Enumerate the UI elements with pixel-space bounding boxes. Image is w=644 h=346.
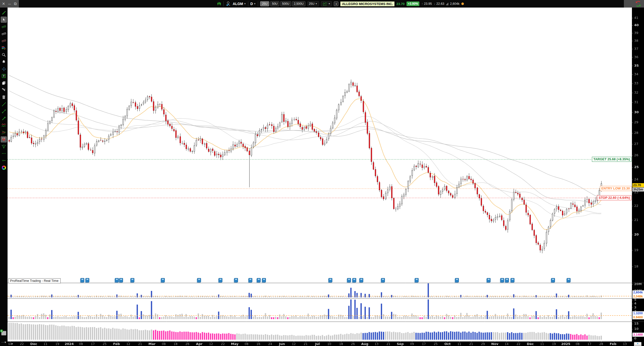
news-icon[interactable]: [551, 278, 555, 282]
news-icon[interactable]: [567, 278, 571, 282]
news-icon[interactable]: [487, 278, 491, 282]
text-note-tool[interactable]: T: [1, 73, 7, 79]
more-draw-tools[interactable]: [1, 150, 7, 157]
wedge-pattern-tool[interactable]: [1, 129, 7, 135]
ruler-price-tool[interactable]: [1, 24, 7, 30]
segment-tool[interactable]: [1, 108, 7, 114]
current-price-chip: 23.70: [632, 183, 644, 187]
alerts-bell[interactable]: [1, 59, 7, 65]
svg-text:T: T: [3, 75, 5, 78]
platform-watermark: ProRealTime Trading - Real Time: [8, 278, 61, 283]
orders-doc-icon: [1, 331, 6, 335]
news-icon[interactable]: [234, 278, 238, 282]
app-candles-icon: [217, 2, 221, 6]
chart-area: TARGET 25.68 (+8.35%) ENTRY LOW 23.30 ST…: [8, 8, 644, 346]
down-arrow-icon: ↓: [434, 2, 435, 6]
panel3-current-chip: 3.1400: [632, 333, 644, 337]
pitchfork-tool[interactable]: [1, 143, 7, 149]
unit-button-25U[interactable]: 25U: [260, 1, 269, 6]
trend-line-tool[interactable]: [1, 101, 7, 107]
title-bar: ✕ ─ ⧉ ALGM▼ D▼ 25U50U500U: [0, 0, 644, 8]
close-button[interactable]: ✕: [2, 2, 5, 6]
chart-type-dropdown[interactable]: ▼: [321, 1, 332, 6]
ruler-time-tool[interactable]: [1, 31, 7, 37]
day-low: ↓ 22.63: [434, 2, 444, 6]
account-status-icon[interactable]: [226, 1, 231, 7]
drawing-tool-rail: FT⋯▾: [0, 8, 8, 346]
chart-type-icon: [323, 2, 328, 6]
news-icon[interactable]: [500, 278, 504, 282]
news-icon[interactable]: [262, 278, 266, 282]
news-icon[interactable]: [131, 278, 134, 282]
cursor-tool[interactable]: [1, 17, 7, 23]
session-volume: 2,604k: [446, 2, 460, 6]
news-icon[interactable]: [115, 278, 119, 282]
news-icon[interactable]: [119, 278, 123, 282]
draw-pencil-tool[interactable]: [1, 10, 7, 16]
minimize-button[interactable]: ─: [8, 2, 11, 6]
news-icon[interactable]: [329, 278, 332, 282]
ruler-percent-tool[interactable]: [1, 38, 7, 44]
news-icon[interactable]: [359, 278, 363, 282]
zoom-tool[interactable]: [1, 52, 7, 58]
news-icon[interactable]: [219, 278, 222, 282]
settings-tools[interactable]: [1, 87, 7, 93]
delete-tool[interactable]: [1, 94, 7, 100]
magnet-mode[interactable]: [1, 136, 7, 142]
entry-level-chip[interactable]: ENTRY LOW 23.30: [600, 186, 631, 191]
indicator-settings[interactable]: F: [1, 45, 7, 51]
go-to-latest-arrow-icon: ▲: [634, 342, 641, 344]
trading-orders-button[interactable]: [1, 330, 7, 336]
news-icon[interactable]: [197, 278, 201, 282]
news-icon[interactable]: [257, 278, 261, 282]
duplicate-tool[interactable]: [1, 80, 7, 86]
stop-level-chip[interactable]: STOP 22.60 (-4.64%): [597, 195, 631, 200]
ratio-current-chip: 1.3200: [632, 311, 644, 315]
zigzag-pattern-tool[interactable]: [1, 122, 7, 128]
axis-options-menu[interactable]: ⋯ ▾: [8, 342, 13, 345]
news-icon[interactable]: [505, 278, 509, 282]
unit-button-50U[interactable]: 50U: [270, 1, 279, 6]
target-level-chip[interactable]: TARGET 25.68 (+8.35%): [592, 157, 631, 162]
chart-toolbar: ALGM▼ D▼ 25U50U500U2,500U 25U▼ ▼ i ALLEG…: [217, 0, 464, 8]
unit-button-2500U[interactable]: 2,500U: [292, 1, 305, 6]
news-icon[interactable]: [415, 278, 419, 282]
prorealtime-window: ✕ ─ ⧉ ALGM▼ D▼ 25U50U500U: [0, 0, 644, 346]
last-price: 23.70: [396, 2, 405, 6]
news-icon[interactable]: [80, 278, 84, 282]
restore-button[interactable]: ⧉: [14, 2, 17, 6]
unit-buttons: 25U50U500U2,500U: [260, 1, 305, 6]
timeframe-dropdown[interactable]: D▼: [250, 2, 256, 6]
day-high: ↑ 23.95: [421, 2, 432, 6]
color-picker[interactable]: [1, 165, 7, 171]
news-icon[interactable]: [347, 278, 351, 282]
pan-tool[interactable]: [1, 66, 7, 72]
session-countdown-chip: 3h25m: [632, 187, 644, 191]
unit-button-500U[interactable]: 500U: [280, 1, 291, 6]
volume-bars-icon: [446, 3, 448, 5]
symbol-dropdown[interactable]: ALGM▼: [233, 2, 246, 6]
market-status-dot: [461, 3, 464, 5]
volume-current-chip: 2,604k: [632, 290, 644, 294]
horizontal-line-tool[interactable]: [1, 158, 7, 164]
up-arrow-icon: ↑: [421, 2, 423, 6]
refresh-icon[interactable]: [635, 1, 641, 7]
window-controls: ✕ ─ ⧉: [2, 0, 17, 8]
info-icon[interactable]: i: [334, 2, 338, 6]
news-icon[interactable]: [511, 278, 514, 282]
ratio-average-chip: 0.9400: [632, 315, 644, 319]
svg-text:F: F: [4, 48, 6, 50]
change-percent-badge: +3.90%: [407, 2, 419, 6]
news-icon[interactable]: [455, 278, 459, 282]
news-icon[interactable]: [381, 278, 385, 282]
zoom-dropdown[interactable]: 25U▼: [307, 1, 319, 6]
news-icon[interactable]: [249, 278, 252, 282]
instrument-name: ALLEGRO MICROSYSTEMS INC.: [340, 2, 394, 6]
main-chart-canvas[interactable]: [8, 8, 644, 346]
news-icon[interactable]: [352, 278, 356, 282]
news-icon[interactable]: [161, 278, 165, 282]
more-options-button[interactable]: ⋯▾: [1, 339, 7, 345]
go-to-latest-button[interactable]: ▲: [634, 342, 641, 346]
arrow-tool[interactable]: [1, 115, 7, 121]
news-icon[interactable]: [86, 278, 89, 282]
